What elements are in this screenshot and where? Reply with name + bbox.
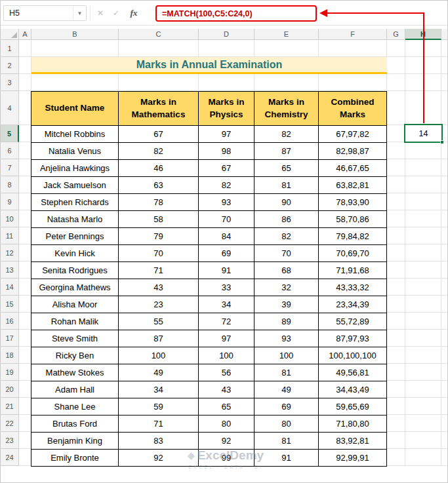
cell-G5[interactable] xyxy=(387,125,405,142)
cell-H11[interactable] xyxy=(405,227,441,244)
cell-G21[interactable] xyxy=(387,398,405,415)
table-cell[interactable]: 43 xyxy=(119,279,199,296)
cell-G1[interactable] xyxy=(387,40,405,57)
row-header-17[interactable]: 17 xyxy=(1,330,19,347)
table-cell[interactable]: 87,97,93 xyxy=(319,330,387,347)
table-cell[interactable]: 78 xyxy=(119,194,199,211)
table-header-cell[interactable]: Marks in Chemistry xyxy=(255,92,319,126)
cell-A10[interactable] xyxy=(19,210,31,227)
table-cell[interactable]: 100,100,100 xyxy=(319,347,387,364)
table-cell[interactable]: 65 xyxy=(199,398,255,415)
table-cell[interactable]: 43 xyxy=(199,381,255,398)
row-header-12[interactable]: 12 xyxy=(1,244,19,261)
table-cell[interactable]: Kevin Hick xyxy=(31,245,119,262)
cell-H19[interactable] xyxy=(405,364,441,381)
cell-H14[interactable] xyxy=(405,279,441,296)
cell-G18[interactable] xyxy=(387,347,405,364)
cell-H1[interactable] xyxy=(405,40,441,57)
cell-G16[interactable] xyxy=(387,313,405,330)
table-cell[interactable]: 99 xyxy=(199,450,255,467)
table-cell[interactable]: 82 xyxy=(255,126,319,143)
table-cell[interactable]: Georgina Mathews xyxy=(31,279,119,296)
table-cell[interactable]: 83 xyxy=(119,433,199,450)
table-cell[interactable]: 70,69,70 xyxy=(319,245,387,262)
cell-G14[interactable] xyxy=(387,279,405,296)
table-cell[interactable]: Natalia Venus xyxy=(31,143,119,160)
table-cell[interactable]: 82 xyxy=(255,228,319,245)
cell-H9[interactable] xyxy=(405,193,441,210)
column-header-C[interactable]: C xyxy=(119,29,199,40)
cell-H13[interactable] xyxy=(405,261,441,279)
cell-H2[interactable] xyxy=(405,57,441,74)
column-header-D[interactable]: D xyxy=(199,29,255,40)
table-cell[interactable]: 67 xyxy=(199,160,255,177)
table-cell[interactable]: 87 xyxy=(119,330,199,347)
table-cell[interactable]: 68 xyxy=(255,262,319,279)
table-cell[interactable]: 55,72,89 xyxy=(319,313,387,330)
row-header-4[interactable]: 4 xyxy=(1,91,19,125)
cell-H18[interactable] xyxy=(405,347,441,364)
select-all-corner[interactable] xyxy=(1,29,19,40)
cell-H3[interactable] xyxy=(405,74,441,91)
table-cell[interactable]: 69 xyxy=(199,245,255,262)
row-header-23[interactable]: 23 xyxy=(1,432,19,449)
table-cell[interactable]: 97 xyxy=(199,330,255,347)
table-cell[interactable]: 80 xyxy=(199,415,255,433)
table-cell[interactable]: 43,33,32 xyxy=(319,279,387,296)
table-header-cell[interactable]: Marks in Mathematics xyxy=(119,92,199,126)
row-header-2[interactable]: 2 xyxy=(1,57,19,74)
cell-E1[interactable] xyxy=(255,40,319,57)
cell-G9[interactable] xyxy=(387,193,405,210)
table-cell[interactable]: 89 xyxy=(255,313,319,330)
cell-A17[interactable] xyxy=(19,330,31,347)
cell-H6[interactable] xyxy=(405,142,441,159)
table-cell[interactable]: 79 xyxy=(119,228,199,245)
cell-H24[interactable] xyxy=(405,449,441,466)
table-cell[interactable]: 34 xyxy=(199,296,255,313)
table-cell[interactable]: 59 xyxy=(119,398,199,415)
table-cell[interactable]: 100 xyxy=(255,347,319,364)
row-header-21[interactable]: 21 xyxy=(1,398,19,415)
cell-A8[interactable] xyxy=(19,176,31,193)
table-header-cell[interactable]: Marks in Physics xyxy=(199,92,255,126)
table-cell[interactable]: 49 xyxy=(119,364,199,381)
cell-H4[interactable] xyxy=(405,91,441,125)
cell-A20[interactable] xyxy=(19,381,31,398)
table-cell[interactable]: 80 xyxy=(255,415,319,433)
row-header-15[interactable]: 15 xyxy=(1,296,19,313)
table-cell[interactable]: 70 xyxy=(119,245,199,262)
cell-A2[interactable] xyxy=(19,57,31,74)
cell-A15[interactable] xyxy=(19,296,31,313)
column-header-H[interactable]: H xyxy=(405,29,441,40)
table-cell[interactable]: Stephen Richards xyxy=(31,194,119,211)
row-header-20[interactable]: 20 xyxy=(1,381,19,398)
cell-H8[interactable] xyxy=(405,176,441,193)
row-header-10[interactable]: 10 xyxy=(1,210,19,227)
column-header-E[interactable]: E xyxy=(255,29,319,40)
cell-A6[interactable] xyxy=(19,142,31,159)
cell-G4[interactable] xyxy=(387,91,405,125)
cell-G19[interactable] xyxy=(387,364,405,381)
table-cell[interactable]: Brutas Ford xyxy=(31,415,119,433)
cell-A23[interactable] xyxy=(19,432,31,449)
cell-H12[interactable] xyxy=(405,244,441,261)
table-header-cell[interactable]: Combined Marks xyxy=(319,92,387,126)
table-cell[interactable]: Steve Smith xyxy=(31,330,119,347)
table-cell[interactable]: 39 xyxy=(255,296,319,313)
row-header-24[interactable]: 24 xyxy=(1,449,19,466)
cell-C3[interactable] xyxy=(119,74,199,91)
cell-E3[interactable] xyxy=(255,74,319,91)
table-cell[interactable]: 63,82,81 xyxy=(319,177,387,194)
column-header-A[interactable]: A xyxy=(19,29,31,40)
row-header-5[interactable]: 5 xyxy=(1,125,19,142)
cell-A1[interactable] xyxy=(19,40,31,57)
table-cell[interactable]: Mitchel Robbins xyxy=(31,126,119,143)
cell-H17[interactable] xyxy=(405,330,441,347)
table-cell[interactable]: 65 xyxy=(255,160,319,177)
cell-G11[interactable] xyxy=(387,227,405,244)
row-header-13[interactable]: 13 xyxy=(1,261,19,279)
formula-input[interactable]: =MATCH(100,C5:C24,0) xyxy=(155,5,317,22)
table-cell[interactable]: 93 xyxy=(199,194,255,211)
table-cell[interactable]: 92,99,91 xyxy=(319,450,387,467)
table-cell[interactable]: 90 xyxy=(255,194,319,211)
